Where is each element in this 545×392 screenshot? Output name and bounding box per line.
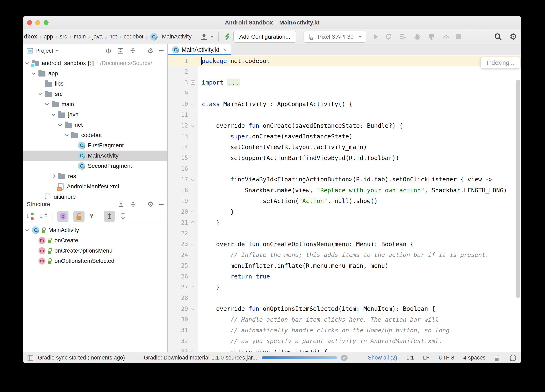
notifications-icon[interactable] — [509, 354, 517, 362]
rerun-icon[interactable]: A — [384, 33, 393, 41]
line-separator-widget[interactable]: LF — [423, 355, 430, 361]
chevron-down-icon[interactable] — [55, 50, 59, 52]
code-text[interactable]: package net.codebot — [198, 56, 521, 66]
fold-down-icon[interactable] — [191, 307, 195, 311]
code-text[interactable] — [198, 88, 521, 99]
code-text[interactable]: findViewById<FloatingActionButton>(R.id.… — [198, 174, 521, 185]
fold-down-icon[interactable] — [191, 242, 195, 246]
code-text[interactable] — [198, 163, 521, 174]
hide-panel-icon[interactable] — [159, 50, 164, 51]
code-text[interactable] — [198, 293, 521, 303]
project-item-firstfragment[interactable]: CFirstFragment — [23, 140, 167, 150]
chevron-down-icon[interactable] — [25, 228, 29, 231]
code-text[interactable]: import ... — [198, 77, 521, 88]
progress-close-icon[interactable]: × — [341, 355, 347, 361]
caret-position-widget[interactable]: 1:1 — [406, 355, 414, 361]
code-text[interactable]: override fun onCreateOptionsMenu(menu: M… — [198, 239, 521, 249]
profiler-icon[interactable] — [442, 33, 450, 41]
indent-widget[interactable]: 4 spaces — [463, 355, 486, 361]
fold-down-icon[interactable] — [191, 178, 195, 181]
collapse-all-icon[interactable] — [129, 47, 136, 54]
project-item-src[interactable]: src — [23, 89, 167, 99]
gear-icon[interactable]: ⚙ — [147, 201, 153, 208]
add-configuration-button[interactable]: Add Configuration... — [233, 31, 296, 43]
project-item-android-sandbox[interactable]: android_sandbox[:]~/Documents/Source/ — [23, 58, 167, 68]
profile-icon[interactable] — [427, 33, 436, 41]
hammer-icon[interactable] — [223, 32, 232, 41]
structure-item-onoptionsitemselected[interactable]: monOptionsItemSelected — [23, 256, 167, 266]
project-panel-title[interactable]: Project — [35, 48, 53, 54]
chevron-down-icon[interactable] — [45, 102, 49, 106]
chevron-right-icon[interactable] — [52, 174, 55, 178]
play-icon[interactable] — [374, 34, 378, 39]
code-text[interactable]: } — [198, 206, 521, 217]
code-text[interactable] — [198, 66, 521, 77]
toolwindow-icon[interactable] — [28, 355, 33, 361]
code-text[interactable]: // as you specify a parent activity in A… — [198, 336, 521, 346]
project-item-main[interactable]: main — [23, 99, 167, 109]
chevron-down-icon[interactable] — [32, 71, 36, 75]
project-item-app[interactable]: app — [23, 68, 167, 79]
code-text[interactable]: override fun onCreate(savedInstanceState… — [198, 120, 521, 131]
code-text[interactable]: setContentView(R.layout.activity_main) — [198, 142, 521, 152]
hide-panel-icon[interactable] — [159, 204, 164, 205]
project-item-gitignore[interactable]: gitignore — [23, 192, 167, 199]
tab-mainactivity[interactable]: C MainActivity.kt × — [168, 44, 231, 55]
expand-all-icon[interactable] — [117, 47, 124, 54]
sort-by-visibility-icon[interactable]: ↓ — [26, 212, 34, 220]
fold-up-icon[interactable] — [191, 210, 195, 213]
code-text[interactable]: override fun onOptionsItemSelected(item:… — [198, 303, 521, 314]
project-item-secondfragment[interactable]: CSecondFragment — [23, 161, 167, 171]
breadcrumb-item-dbox[interactable]: dbox — [24, 33, 37, 40]
code-text[interactable]: menuInflater.inflate(R.menu.menu_main, m… — [198, 260, 521, 271]
breadcrumb-item-app[interactable]: app — [44, 33, 53, 40]
project-item-java[interactable]: java — [23, 109, 167, 120]
chevron-down-icon[interactable] — [65, 133, 68, 136]
code-text[interactable]: Snackbar.make(view, "Replace with your o… — [198, 185, 521, 196]
show-properties-icon[interactable]: p — [57, 211, 68, 222]
chevron-down-icon[interactable] — [38, 92, 42, 95]
scroll-to-source-icon[interactable]: ↥ — [104, 211, 115, 222]
code-text[interactable]: // automatically handle clicks on the Ho… — [198, 325, 521, 336]
project-item-mainactivity[interactable]: CMainActivity — [23, 150, 167, 161]
code-text[interactable]: // Handle action bar item clicks here. T… — [198, 314, 521, 325]
code-text[interactable]: .setAction("Action", null).show() — [198, 196, 521, 206]
breadcrumb-item-src[interactable]: src — [60, 33, 67, 40]
project-item-res[interactable]: res — [23, 171, 167, 181]
gear-icon[interactable]: ⚙ — [509, 32, 517, 41]
project-item-libs[interactable]: libs — [23, 79, 167, 89]
code-text[interactable] — [198, 109, 521, 120]
collapse-all-icon[interactable] — [130, 201, 136, 207]
code-text[interactable]: } — [198, 217, 521, 228]
scroll-from-source-icon[interactable]: ↧ — [120, 213, 126, 220]
apply-changes-icon[interactable] — [399, 33, 407, 41]
breadcrumb-item-class[interactable]: C MainActivity — [150, 33, 192, 41]
structure-item-mainactivity[interactable]: CMainActivity — [23, 225, 167, 235]
breadcrumb-item-codebot[interactable]: codebot — [124, 33, 143, 40]
code-text[interactable]: class MainActivity : AppCompatActivity()… — [198, 99, 521, 109]
chevron-down-icon[interactable] — [52, 112, 55, 116]
chevron-down-icon[interactable] — [58, 122, 62, 126]
fold-plus-icon[interactable]: + — [191, 80, 195, 85]
folded-imports-region[interactable]: ... — [227, 79, 240, 86]
fold-down-icon[interactable] — [191, 102, 195, 106]
fold-down-icon[interactable] — [191, 124, 195, 127]
vcs-user-button[interactable] — [200, 33, 213, 41]
chevron-down-icon[interactable] — [25, 61, 29, 64]
unlock-icon[interactable] — [495, 355, 500, 361]
editor-scrollbar[interactable] — [516, 80, 520, 298]
structure-item-oncreateoptionsmenu[interactable]: monCreateOptionsMenu — [23, 246, 167, 256]
structure-panel-title[interactable]: Structure — [27, 201, 50, 207]
stop-icon[interactable] — [456, 34, 461, 39]
code-text[interactable]: return true — [198, 271, 521, 282]
project-item-net[interactable]: net — [23, 120, 167, 130]
project-item-codebot[interactable]: codebot — [23, 130, 167, 140]
fold-up-icon[interactable] — [191, 350, 195, 352]
show-fields-icon[interactable] — [74, 211, 85, 222]
code-text[interactable]: setSupportActionBar(findViewById(R.id.to… — [198, 153, 521, 163]
debug-icon[interactable] — [413, 33, 421, 41]
breadcrumb-item-net[interactable]: net — [109, 33, 117, 40]
show-all-link[interactable]: Show all (2) — [368, 355, 397, 361]
code-text[interactable]: } — [198, 282, 521, 292]
expand-all-icon[interactable] — [118, 201, 124, 207]
